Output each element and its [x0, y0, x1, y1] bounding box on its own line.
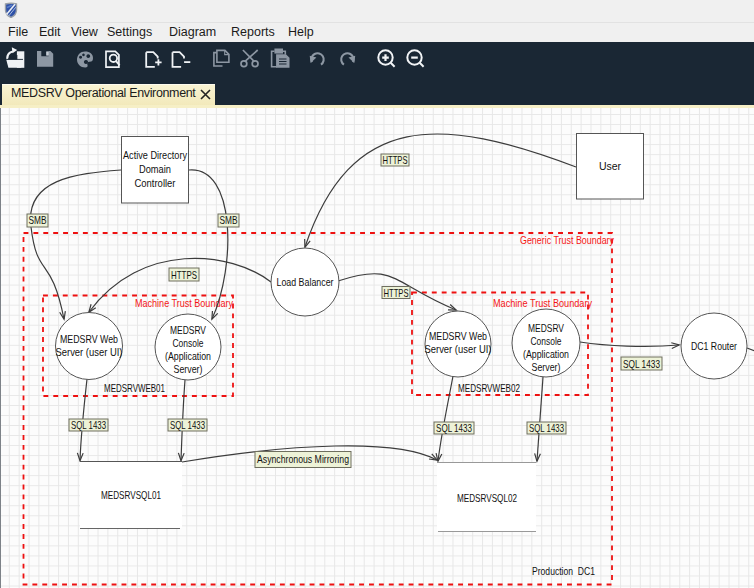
svg-text:SMB: SMB: [220, 214, 238, 226]
svg-text:Asynchronous Mirroring: Asynchronous Mirroring: [257, 453, 349, 465]
svg-text:Production DC1: Production DC1: [532, 565, 595, 577]
svg-text:MEDSRV WebServer (user UI): MEDSRV WebServer (user UI): [56, 333, 123, 358]
svg-text:User: User: [599, 160, 622, 172]
svg-text:MEDSRVWEB02: MEDSRVWEB02: [458, 382, 520, 394]
svg-text:Load Balancer: Load Balancer: [277, 276, 334, 288]
svg-text:SQL 1433: SQL 1433: [623, 358, 660, 370]
svg-text:Machine Trust Boundary: Machine Trust Boundary: [493, 297, 593, 309]
svg-text:HTTPS: HTTPS: [171, 269, 197, 281]
svg-text:Generic Trust Boundary: Generic Trust Boundary: [520, 234, 615, 246]
svg-text:MEDSRV WebServer (user UI): MEDSRV WebServer (user UI): [425, 330, 492, 355]
svg-text:SQL 1433: SQL 1433: [529, 422, 564, 434]
svg-text:HTTPS: HTTPS: [384, 287, 409, 299]
svg-text:SQL 1433: SQL 1433: [436, 422, 472, 434]
svg-text:SMB: SMB: [29, 214, 47, 226]
svg-text:SQL 1433: SQL 1433: [71, 419, 106, 431]
svg-text:SQL 1433: SQL 1433: [170, 419, 205, 431]
svg-text:MEDSRVSQL02: MEDSRVSQL02: [457, 492, 517, 504]
svg-text:MEDSRVSQL01: MEDSRVSQL01: [101, 489, 161, 501]
svg-text:DC1 Router: DC1 Router: [691, 340, 737, 352]
svg-text:HTTPS: HTTPS: [383, 154, 408, 166]
svg-text:MEDSRVWEB01: MEDSRVWEB01: [104, 382, 165, 394]
